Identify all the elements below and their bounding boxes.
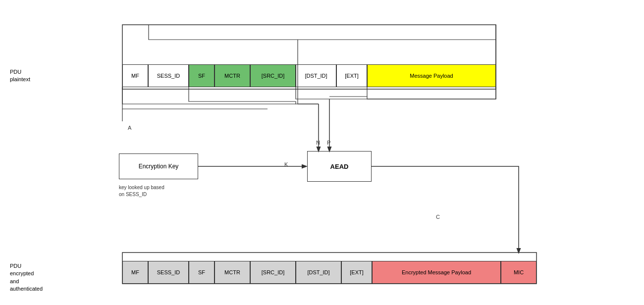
field-message-payload: Message Payload xyxy=(367,64,496,87)
field-sess-id-enc: SESS_ID xyxy=(148,261,189,284)
field-mf: MF xyxy=(122,64,148,87)
field-sess-id: SESS_ID xyxy=(148,64,189,87)
field-ext-enc: [EXT] xyxy=(341,261,372,284)
encryption-key-box: Encryption Key xyxy=(119,153,198,179)
field-src-id-enc: [SRC_ID] xyxy=(250,261,296,284)
field-sf-enc: SF xyxy=(189,261,215,284)
pdu-plaintext-label: PDUplaintext xyxy=(10,68,30,84)
field-ext: [EXT] xyxy=(336,64,367,87)
field-mic: MIC xyxy=(501,261,537,284)
field-dst-id: [DST_ID] xyxy=(296,64,336,87)
diagram-container: PDUplaintext PDUencryptedandauthenticate… xyxy=(0,0,644,305)
key-lookup-label: key looked up basedon SESS_ID xyxy=(119,184,164,198)
field-mf-enc: MF xyxy=(122,261,148,284)
label-c: C xyxy=(436,214,440,220)
field-encrypted-payload: Encrypted Message Payload xyxy=(372,261,501,284)
field-dst-id-enc: [DST_ID] xyxy=(296,261,341,284)
field-src-id: [SRC_ID] xyxy=(250,64,296,87)
label-k: K xyxy=(284,161,288,167)
label-n: N xyxy=(316,140,320,146)
field-sf: SF xyxy=(189,64,215,87)
label-a: A xyxy=(128,125,131,131)
pdu-encrypted-label: PDUencryptedandauthenticated xyxy=(10,262,43,293)
aead-box: AEAD xyxy=(307,151,372,182)
label-p: P xyxy=(327,140,330,146)
field-mctr: MCTR xyxy=(215,64,250,87)
field-mctr-enc: MCTR xyxy=(215,261,250,284)
